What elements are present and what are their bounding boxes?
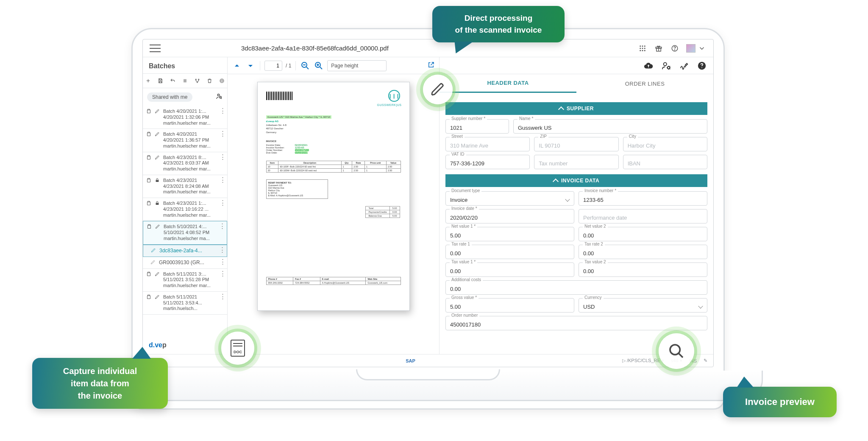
- batch-more-icon[interactable]: ⋮: [220, 178, 224, 182]
- laptop-base: [93, 371, 763, 401]
- batch-more-icon[interactable]: ⋮: [220, 131, 224, 136]
- pause-icon[interactable]: [182, 76, 188, 86]
- delete-icon[interactable]: [207, 76, 212, 86]
- svg-point-4: [642, 47, 643, 49]
- help-icon[interactable]: [670, 44, 679, 53]
- signature-icon[interactable]: [679, 61, 689, 70]
- supplier-name-field[interactable]: [513, 119, 707, 134]
- batch-item[interactable]: Batch 5/10/2021 4:...5/10/2021 4:08:52 P…: [143, 221, 227, 244]
- batch-item[interactable]: Batch 4/23/20214/23/2021 8:24:08 AMmarti…: [143, 175, 227, 198]
- batch-item[interactable]: Batch 4/20/2021 1:...4/20/2021 1:32:06 P…: [143, 106, 227, 129]
- svg-point-12: [675, 50, 675, 50]
- svg-rect-23: [156, 203, 159, 205]
- batch-item[interactable]: Batch 4/20/20214/20/2021 1:36:57 PMmarti…: [143, 129, 227, 152]
- batch-item[interactable]: Batch 5/11/20215/11/2021 3:53:4...martin…: [143, 292, 227, 315]
- batch-list[interactable]: Batch 4/20/2021 1:...4/20/2021 1:32:06 P…: [143, 106, 227, 336]
- batch-more-icon[interactable]: ⋮: [220, 294, 224, 299]
- batches-panel: Batches Shared with me: [143, 57, 228, 354]
- batch-more-icon[interactable]: ⋮: [219, 224, 223, 228]
- additional-costs-field[interactable]: [445, 280, 707, 295]
- laptop-notch: [356, 369, 500, 380]
- tab-order-lines[interactable]: ORDER LINES: [576, 74, 713, 93]
- open-external-icon[interactable]: [427, 61, 435, 70]
- batch-more-icon[interactable]: ⋮: [220, 155, 224, 159]
- batch-item[interactable]: Batch 4/23/2021 1:...4/23/2021 10:16:22 …: [143, 198, 227, 221]
- svg-rect-13: [184, 79, 185, 83]
- undo-icon[interactable]: [170, 76, 175, 86]
- taxrate2-field[interactable]: [579, 245, 707, 259]
- company-logo-icon: ❙❙❙: [388, 90, 400, 102]
- status-path[interactable]: ▷ /KPSC/CLS_RE ▾: [622, 358, 664, 363]
- taxrate1-field[interactable]: [445, 245, 574, 259]
- batch-more-icon[interactable]: ⋮: [220, 201, 224, 205]
- callout-direct-processing: Direct processing of the scanned invoice: [432, 6, 565, 42]
- cloud-upload-icon[interactable]: [644, 61, 653, 70]
- currency-select[interactable]: [579, 298, 707, 313]
- callout-capture-items: Capture individual item data from the in…: [32, 358, 168, 409]
- add-button[interactable]: [145, 76, 151, 86]
- taxval1-field[interactable]: [445, 262, 574, 277]
- invoice-addresses: Gusswerk US * 310 Marine Ave * Harbor Ci…: [266, 115, 401, 134]
- laptop-frame: 3dc83aee-2afa-4a1e-830f-85e68fcad6dd_000…: [131, 28, 725, 410]
- status-edit-icon[interactable]: ✎: [704, 358, 707, 363]
- invoice-page: ❙❙❙ GUSSWERK|US Gusswerk US * 310 Marine…: [257, 82, 410, 311]
- gift-icon[interactable]: [654, 44, 663, 53]
- batch-more-icon[interactable]: ⋮: [220, 109, 224, 113]
- viewer-panel: / 1 Page height ❙❙❙ GUSSWERK|US: [228, 57, 440, 354]
- batch-child[interactable]: GR00039130 (GR... ⋮: [143, 257, 227, 269]
- iban-field[interactable]: [623, 155, 707, 169]
- user-avatar[interactable]: [686, 44, 696, 53]
- svg-point-5: [644, 47, 645, 49]
- batch-item[interactable]: Batch 4/23/2021 8:...4/23/2021 8:03:37 A…: [143, 152, 227, 175]
- zip-field[interactable]: [534, 137, 618, 151]
- batch-more-icon[interactable]: ⋮: [220, 271, 224, 276]
- prev-doc-button[interactable]: [232, 61, 242, 71]
- page-input[interactable]: [264, 61, 282, 71]
- menu-icon[interactable]: [150, 45, 161, 52]
- chevron-down-icon[interactable]: [697, 44, 707, 53]
- zoom-mode-select[interactable]: Page height: [327, 60, 387, 71]
- page-preview[interactable]: ❙❙❙ GUSSWERK|US Gusswerk US * 310 Marine…: [228, 74, 439, 354]
- street-field[interactable]: [445, 137, 530, 151]
- batches-filter-row: Shared with me: [143, 88, 227, 106]
- svg-point-3: [640, 47, 641, 49]
- invoice-footer: Phone #Fax #E-mailWeb Site954-246-339272…: [266, 277, 401, 285]
- taxnumber-field[interactable]: [534, 155, 618, 169]
- svg-point-7: [642, 50, 643, 51]
- zoom-in-icon[interactable]: [314, 61, 324, 71]
- net2-field[interactable]: [579, 227, 707, 241]
- apps-icon[interactable]: [638, 44, 647, 53]
- person-search-icon[interactable]: [215, 92, 223, 102]
- doctype-select[interactable]: [445, 191, 574, 206]
- invoice-line-table: ItemDescriptionQtyRatePrice unitValue106…: [266, 161, 401, 173]
- branch-icon[interactable]: [195, 76, 200, 86]
- gross-field[interactable]: [445, 298, 574, 313]
- net1-field[interactable]: [445, 227, 574, 241]
- shared-chip[interactable]: Shared with me: [147, 92, 192, 102]
- section-supplier[interactable]: SUPPLIER: [445, 102, 707, 115]
- taxval2-field[interactable]: [579, 262, 707, 277]
- section-invoice[interactable]: INVOICE DATA: [445, 174, 707, 187]
- svg-rect-14: [186, 79, 186, 83]
- city-field[interactable]: [623, 137, 707, 151]
- status-mode[interactable]: s4d ▾: [671, 358, 682, 363]
- info-icon[interactable]: [219, 76, 225, 86]
- app-screen: 3dc83aee-2afa-4a1e-830f-85e68fcad6dd_000…: [142, 39, 714, 367]
- help2-icon[interactable]: [697, 61, 707, 70]
- batches-heading: Batches: [143, 57, 227, 74]
- supplier-number-field[interactable]: [445, 119, 509, 134]
- save-icon[interactable]: [158, 76, 163, 86]
- vat-field[interactable]: [445, 155, 530, 169]
- tab-header-data[interactable]: HEADER DATA: [440, 74, 576, 93]
- invoice-number-field[interactable]: [579, 191, 707, 206]
- invoice-date-field[interactable]: [445, 209, 574, 223]
- batch-child[interactable]: 3dc83aee-2afa-4... ⋮: [143, 245, 227, 257]
- batches-toolbar: [143, 74, 227, 88]
- performance-date-field[interactable]: [579, 209, 707, 223]
- batch-item[interactable]: Batch 5/11/2021 3:...5/11/2021 3:51:28 P…: [143, 269, 227, 292]
- zoom-out-icon[interactable]: [300, 61, 310, 71]
- order-number-field[interactable]: [445, 316, 707, 330]
- status-ins: INS: [689, 358, 697, 363]
- user-settings-icon[interactable]: [662, 61, 671, 70]
- next-doc-button[interactable]: [245, 61, 256, 71]
